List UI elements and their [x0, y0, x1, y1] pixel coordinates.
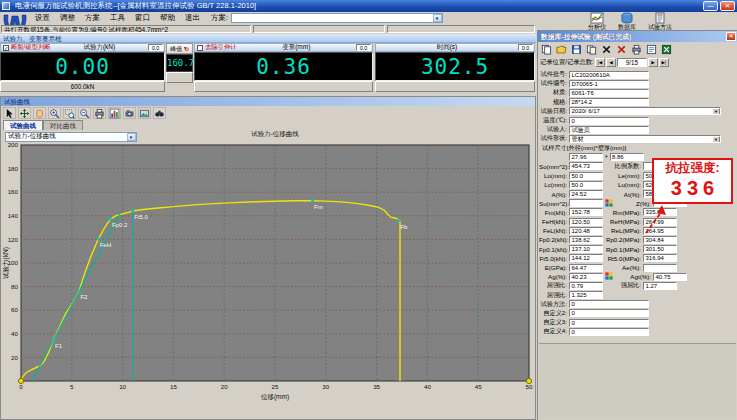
- svg-text:位移(mm): 位移(mm): [261, 393, 289, 401]
- del-x-icon[interactable]: [600, 44, 613, 56]
- field-input[interactable]: D70065-1: [569, 80, 649, 88]
- field-input[interactable]: 27.96: [569, 153, 603, 161]
- zoom-win-icon[interactable]: [63, 107, 76, 119]
- zoom-in-icon[interactable]: [48, 107, 61, 119]
- chevron-down-icon[interactable]: ▼: [433, 14, 442, 22]
- print-icon[interactable]: [630, 44, 643, 56]
- last-record-button[interactable]: ▶|: [659, 58, 669, 67]
- menu-item[interactable]: 设置: [30, 13, 55, 23]
- print-icon[interactable]: [93, 107, 106, 119]
- field-input[interactable]: 301.50: [643, 245, 677, 253]
- minimize-button[interactable]: —: [703, 1, 718, 11]
- deform-unit-label: 变形(mm): [236, 43, 356, 52]
- save-icon[interactable]: [570, 44, 583, 56]
- field-label: Fp0.1(kN):: [539, 246, 569, 253]
- field-dropdown[interactable]: 2020/ 6/17▼: [569, 107, 721, 115]
- camera-icon[interactable]: [123, 107, 136, 119]
- open-icon[interactable]: [555, 44, 568, 56]
- field-input[interactable]: [569, 199, 603, 207]
- curve-plot-svg[interactable]: 2040608010012014016018020005101520253035…: [1, 141, 537, 409]
- form-row: 屈强比:1.325: [539, 291, 737, 300]
- menu-item[interactable]: 调整: [55, 13, 80, 23]
- menu-item[interactable]: 帮助: [155, 13, 180, 23]
- menu-item[interactable]: 窗口: [130, 13, 155, 23]
- field-label: 屈强比:: [539, 281, 569, 290]
- field-input[interactable]: 316.94: [643, 254, 677, 262]
- tab-test-curve[interactable]: 试验曲线: [3, 120, 43, 130]
- binoculars-icon[interactable]: [153, 107, 166, 119]
- form-row: 自定义4:0: [539, 327, 737, 336]
- field-input[interactable]: 0: [569, 117, 649, 125]
- field-input[interactable]: 8.86: [610, 153, 644, 161]
- field-dropdown[interactable]: 管材▼: [569, 135, 721, 143]
- annotation-arrow-icon: [640, 203, 670, 239]
- field-input[interactable]: 0: [569, 309, 649, 317]
- field-input[interactable]: 40.23: [569, 273, 603, 281]
- status-text: 共打开数据15条,当前位置为9,编号0 试样面积454.7mm^2: [1, 25, 251, 33]
- field-label: 试验人:: [539, 125, 569, 134]
- peak-reset-icon[interactable]: ↻: [184, 46, 189, 52]
- field-input[interactable]: 50.0: [569, 172, 603, 180]
- field-input[interactable]: 0: [569, 328, 649, 336]
- preview-icon[interactable]: [645, 44, 658, 56]
- field-input[interactable]: 1.325: [569, 291, 603, 299]
- chevron-down-icon[interactable]: ▼: [712, 136, 720, 143]
- svg-text:40: 40: [424, 383, 431, 390]
- copy-icon[interactable]: [540, 44, 553, 56]
- chart-icon[interactable]: [108, 107, 121, 119]
- break-judge-checkbox[interactable]: ✓: [3, 45, 9, 51]
- field-label: 自定义2:: [539, 309, 569, 318]
- calc-icon[interactable]: [605, 272, 613, 281]
- svg-text:20: 20: [11, 354, 18, 361]
- field-input[interactable]: 64.47: [569, 264, 603, 272]
- cut-x-icon[interactable]: [615, 44, 628, 56]
- field-input[interactable]: 试验员: [569, 126, 649, 134]
- record-index-field[interactable]: 9/15: [617, 58, 647, 67]
- first-record-button[interactable]: |◀: [595, 58, 605, 67]
- field-input[interactable]: 120.50: [569, 218, 603, 226]
- next-record-button[interactable]: ▶: [648, 58, 658, 67]
- status-bar: 共打开数据15条,当前位置为9,编号0 试样面积454.7mm^2: [0, 24, 610, 34]
- field-input[interactable]: 120.48: [569, 227, 603, 235]
- field-input[interactable]: 152.78: [569, 208, 603, 216]
- field-input[interactable]: 144.12: [569, 254, 603, 262]
- cursor-icon[interactable]: [3, 107, 16, 119]
- tab-compare-curve[interactable]: 对比曲线: [43, 120, 83, 130]
- menu-item[interactable]: 方案: [80, 13, 105, 23]
- field-input[interactable]: 1.27: [643, 282, 677, 290]
- field-input[interactable]: [643, 264, 677, 272]
- field-label: 屈强比:: [539, 291, 569, 300]
- field-input[interactable]: 454.73: [569, 162, 603, 170]
- zoom-out-icon[interactable]: [78, 107, 91, 119]
- field-input[interactable]: 24.52: [569, 190, 603, 198]
- pan-icon[interactable]: [18, 107, 31, 119]
- database-button[interactable]: 数据库: [614, 12, 640, 32]
- field-input[interactable]: 138.62: [569, 236, 603, 244]
- field-input[interactable]: 137.10: [569, 245, 603, 253]
- field-input[interactable]: 0.79: [569, 282, 603, 290]
- field-input[interactable]: 50.0: [569, 181, 603, 189]
- panel-close-icon[interactable]: ✕: [726, 32, 736, 41]
- field-input[interactable]: 0: [569, 319, 649, 327]
- svg-text:Fb: Fb: [400, 224, 408, 230]
- excel-icon[interactable]: [660, 44, 673, 56]
- field-label: FeL(kN):: [539, 227, 569, 234]
- svg-text:45: 45: [475, 383, 482, 390]
- hand-icon[interactable]: [33, 107, 46, 119]
- field-input[interactable]: 40.75: [653, 273, 687, 281]
- test-method-button[interactable]: 试验方法: [644, 12, 676, 32]
- prev-record-button[interactable]: ◀: [606, 58, 616, 67]
- menu-item[interactable]: 工具: [105, 13, 130, 23]
- calc-icon[interactable]: [605, 199, 613, 208]
- close-button[interactable]: ✕: [720, 1, 735, 11]
- remove-extensometer-checkbox[interactable]: [197, 45, 203, 51]
- chevron-down-icon[interactable]: ▼: [712, 108, 720, 115]
- scheme-combobox[interactable]: ▼: [231, 13, 443, 23]
- pages-icon[interactable]: [585, 44, 598, 56]
- field-input[interactable]: 6061-T6: [569, 89, 649, 97]
- field-input[interactable]: 0: [569, 300, 649, 308]
- image-icon[interactable]: [138, 107, 151, 119]
- field-input[interactable]: LC20200610A: [569, 71, 649, 79]
- menu-item[interactable]: 退出: [180, 13, 205, 23]
- field-input[interactable]: 28*14.2: [569, 98, 649, 106]
